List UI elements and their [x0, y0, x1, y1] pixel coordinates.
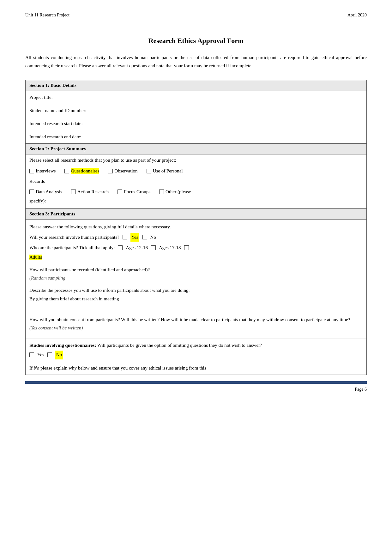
- methods-row1: Interviews Questionnaires Observation Us…: [26, 166, 366, 176]
- checkbox-use-of-personal-label: Use of Personal: [153, 168, 183, 174]
- page-header: Unit 11 Research Project April 2020: [25, 13, 367, 18]
- q5-question: Describe the processes you will use to i…: [29, 286, 363, 295]
- checkbox-other[interactable]: Other (please: [159, 189, 191, 195]
- checkbox-focus-groups-box[interactable]: [118, 190, 122, 194]
- section1-header-row: Section 1: Basic Details: [26, 80, 367, 91]
- q4-answer: (Random sampling: [29, 274, 363, 282]
- section2-instruction: Please select all research methods that …: [26, 154, 366, 166]
- studies-text: Will participants be given the option of…: [97, 343, 262, 348]
- q3-ages-extra-checkbox[interactable]: [184, 245, 189, 250]
- section2-content: Please select all research methods that …: [26, 154, 367, 209]
- q2-no-label: No: [150, 233, 156, 241]
- section1-header: Section 1: Basic Details: [26, 80, 367, 91]
- q3-ages12-checkbox[interactable]: [118, 245, 123, 250]
- checkbox-other-label: Other (please: [166, 189, 191, 195]
- field-end-date: Intended research end date:: [26, 130, 367, 144]
- checkbox-use-of-personal-box[interactable]: [147, 169, 151, 173]
- q3-ages17-checkbox[interactable]: [151, 245, 156, 250]
- checkbox-questionnaires[interactable]: Questionnaires: [64, 168, 99, 174]
- q3-ages17-label: Ages 17-18: [159, 244, 181, 252]
- studies-no-checkbox[interactable]: [47, 352, 52, 357]
- checkbox-action-research-label: Action Research: [77, 189, 109, 195]
- checkbox-observation-box[interactable]: [108, 169, 113, 173]
- q2-yes-checkbox[interactable]: [123, 235, 127, 239]
- participants-q3: Who are the participants? Tick all that …: [29, 244, 363, 252]
- participants-q1: Please answer the following questions, g…: [29, 223, 363, 231]
- q2-no-checkbox[interactable]: [142, 235, 147, 239]
- section3-content-row: Please answer the following questions, g…: [26, 219, 367, 375]
- main-title: Research Ethics Approval Form: [25, 37, 367, 45]
- checkbox-focus-groups-label: Focus Groups: [124, 189, 150, 195]
- checkbox-action-research-box[interactable]: [71, 190, 76, 194]
- section3-header: Section 3: Participants: [26, 208, 367, 219]
- field-student-name: Student name and ID number:: [26, 104, 367, 117]
- q3-ages12-label: Ages 12-16: [126, 244, 148, 252]
- checkbox-data-analysis-box[interactable]: [29, 190, 34, 194]
- section3-header-row: Section 3: Participants: [26, 208, 367, 219]
- studies-no-label: No: [55, 351, 63, 359]
- checkbox-other-box[interactable]: [159, 190, 164, 194]
- q4-question: How will participants be recruited (iden…: [29, 266, 363, 274]
- records-label: Records: [26, 176, 366, 188]
- checkbox-observation[interactable]: Observation: [108, 168, 137, 174]
- participants-q2: Will your research involve human partici…: [29, 233, 363, 242]
- q4-block: How will participants be recruited (iden…: [29, 266, 363, 282]
- field-project-title: Project title:: [26, 91, 367, 104]
- adults-row: Adults: [29, 253, 363, 261]
- participants-content: Please answer the following questions, g…: [26, 220, 366, 339]
- q5-block: Describe the processes you will use to i…: [29, 286, 363, 303]
- studies-block: Studies involving questionnaires: Will p…: [26, 339, 366, 362]
- specify-label: specify):: [26, 196, 366, 208]
- form-table: Section 1: Basic Details Project title: …: [25, 80, 367, 375]
- field-end-date-row: Intended research end date:: [26, 130, 367, 144]
- page-number: Page 6: [25, 387, 367, 392]
- q6-question: How will you obtain consent from partici…: [29, 317, 350, 322]
- section3-content: Please answer the following questions, g…: [26, 219, 367, 375]
- checkbox-observation-label: Observation: [114, 168, 137, 174]
- q6-answer: (Yes consent will be written): [29, 324, 359, 332]
- header-left: Unit 11 Research Project: [25, 13, 69, 18]
- studies-yes-label: Yes: [37, 351, 44, 359]
- intro-text: All students conducting research activit…: [25, 54, 367, 70]
- q6-block: How will you obtain consent from partici…: [29, 312, 363, 335]
- ifno-block: If No please explain why below and ensur…: [26, 362, 366, 375]
- checkbox-interviews[interactable]: Interviews: [29, 168, 56, 174]
- checkbox-data-analysis-label: Data Analysis: [36, 189, 62, 195]
- checkbox-questionnaires-label: Questionnaires: [71, 168, 99, 174]
- methods-row2: Data Analysis Action Research Focus Grou…: [26, 187, 366, 196]
- section2-header-row: Section 2: Project Summary: [26, 144, 367, 154]
- section2-header: Section 2: Project Summary: [26, 144, 367, 154]
- field-start-date-row: Intended research start date:: [26, 117, 367, 130]
- bottom-bar: [25, 381, 367, 384]
- checkbox-questionnaires-box[interactable]: [64, 169, 69, 173]
- checkbox-interviews-label: Interviews: [36, 168, 56, 174]
- studies-bold-start: Studies involving questionnaires:: [29, 343, 96, 348]
- q3-text: Who are the participants? Tick all that …: [29, 244, 115, 252]
- spacer: [29, 303, 363, 312]
- field-start-date: Intended research start date:: [26, 117, 367, 130]
- section2-instruction-row: Please select all research methods that …: [26, 154, 367, 209]
- studies-yes-checkbox[interactable]: [29, 352, 34, 357]
- checkbox-data-analysis[interactable]: Data Analysis: [29, 189, 62, 195]
- studies-answer-row: Yes No: [29, 351, 363, 359]
- checkbox-use-of-personal[interactable]: Use of Personal: [147, 168, 183, 174]
- adults-label: Adults: [29, 255, 42, 260]
- checkbox-focus-groups[interactable]: Focus Groups: [118, 189, 150, 195]
- q2-yes-label: Yes: [130, 233, 139, 242]
- checkbox-interviews-box[interactable]: [29, 169, 34, 173]
- checkbox-action-research[interactable]: Action Research: [71, 189, 109, 195]
- field-student-name-row: Student name and ID number:: [26, 104, 367, 117]
- q2-text: Will your research involve human partici…: [29, 233, 119, 241]
- header-right: April 2020: [347, 13, 367, 18]
- field-project-title-row: Project title:: [26, 91, 367, 104]
- participants-q1-text: Please answer the following questions, g…: [29, 223, 171, 231]
- ifno-text: If No please explain why below and ensur…: [29, 365, 206, 370]
- q5-answer: By giving them brief about research in m…: [29, 295, 363, 303]
